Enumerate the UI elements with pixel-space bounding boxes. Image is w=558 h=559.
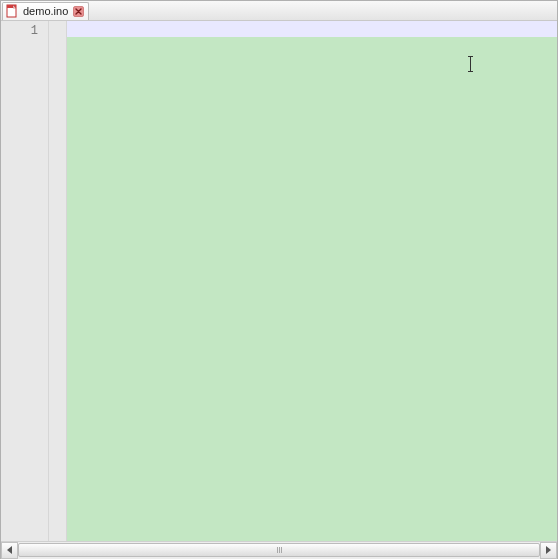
file-icon [5, 4, 19, 18]
line-number: 1 [31, 23, 38, 39]
editor-window: demo.ino 1 [0, 0, 558, 559]
tab-bar: demo.ino [1, 1, 557, 21]
thumb-grip-icon [275, 546, 283, 554]
chevron-right-icon [546, 546, 551, 554]
fold-gutter [49, 21, 67, 541]
editor-area: 1 [1, 21, 557, 541]
horizontal-scrollbar [1, 541, 557, 558]
line-number-gutter: 1 [1, 21, 49, 541]
file-tab[interactable]: demo.ino [2, 2, 89, 20]
scroll-right-button[interactable] [540, 542, 557, 559]
scroll-left-button[interactable] [1, 542, 18, 559]
close-icon[interactable] [72, 5, 84, 17]
tab-filename: demo.ino [23, 5, 68, 17]
code-text-area[interactable] [67, 21, 557, 541]
scrollbar-thumb[interactable] [18, 543, 540, 557]
text-cursor-icon [470, 56, 471, 72]
chevron-left-icon [7, 546, 12, 554]
current-line-highlight [67, 21, 557, 37]
scrollbar-track[interactable] [18, 542, 540, 559]
